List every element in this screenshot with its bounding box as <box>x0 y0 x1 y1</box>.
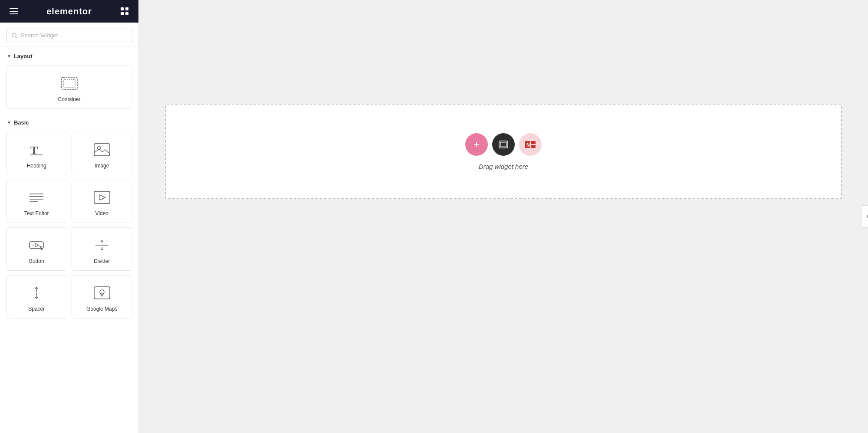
text-editor-icon <box>28 189 45 206</box>
basic-section-label[interactable]: ▼ Basic <box>0 113 138 129</box>
container-label: Container <box>58 96 80 102</box>
divider-label: Divider <box>94 258 110 264</box>
canvas-drop-zone-wrapper: + N Drag wid <box>139 0 868 433</box>
widget-card-google-maps[interactable]: Google Maps <box>72 275 133 318</box>
app-logo: elementor <box>46 7 92 16</box>
svg-marker-20 <box>100 195 105 200</box>
svg-rect-32 <box>531 141 536 144</box>
basic-chevron-icon: ▼ <box>7 120 11 125</box>
svg-rect-2 <box>10 13 18 14</box>
spacer-icon <box>28 284 45 302</box>
svg-text:N: N <box>526 142 530 148</box>
svg-rect-19 <box>94 191 110 203</box>
grid-icon[interactable] <box>118 5 131 17</box>
drop-zone-buttons: + N <box>465 133 542 156</box>
basic-widget-grid: T Heading Image <box>0 129 138 323</box>
widget-card-button[interactable]: Button <box>6 227 67 271</box>
canvas-area: + N Drag wid <box>139 0 868 433</box>
widget-card-divider[interactable]: Divider <box>72 227 133 271</box>
add-widget-button[interactable]: + <box>465 133 488 156</box>
text-editor-label: Text Editor <box>24 210 49 216</box>
svg-rect-10 <box>64 79 75 87</box>
container-button[interactable] <box>492 133 515 156</box>
layout-section-label[interactable]: ▼ Layout <box>0 47 138 63</box>
layout-label: Layout <box>14 53 33 59</box>
widget-card-heading[interactable]: T Heading <box>6 132 67 175</box>
image-label: Image <box>95 163 109 169</box>
canvas-drop-zone[interactable]: + N Drag wid <box>165 104 842 199</box>
sidebar: elementor ▼ Layout <box>0 0 139 433</box>
search-container <box>0 23 138 47</box>
svg-rect-33 <box>531 145 536 148</box>
svg-marker-22 <box>35 243 39 247</box>
widget-card-container[interactable]: Container <box>6 66 132 109</box>
video-label: Video <box>95 210 108 216</box>
svg-rect-30 <box>500 142 506 147</box>
svg-rect-5 <box>121 12 124 15</box>
svg-rect-3 <box>121 7 124 10</box>
svg-rect-0 <box>10 8 18 9</box>
svg-rect-6 <box>125 12 128 15</box>
basic-label: Basic <box>14 119 29 126</box>
google-maps-icon <box>93 284 111 302</box>
button-icon <box>28 236 45 254</box>
news-button[interactable]: N <box>519 133 542 156</box>
svg-rect-4 <box>125 7 128 10</box>
button-label: Button <box>29 258 44 264</box>
video-icon <box>93 189 111 206</box>
drag-widget-text: Drag widget here <box>479 163 528 170</box>
svg-line-8 <box>16 36 17 38</box>
google-maps-label: Google Maps <box>86 306 117 312</box>
heading-label: Heading <box>27 163 46 169</box>
search-input[interactable] <box>21 32 127 39</box>
widget-card-video[interactable]: Video <box>72 180 133 223</box>
widget-card-text-editor[interactable]: Text Editor <box>6 180 67 223</box>
sidebar-header: elementor <box>0 0 138 23</box>
container-icon <box>61 75 78 92</box>
svg-rect-1 <box>10 11 18 12</box>
widget-card-image[interactable]: Image <box>72 132 133 175</box>
spacer-label: Spacer <box>28 306 45 312</box>
collapse-sidebar-handle[interactable] <box>862 205 868 228</box>
layout-widget-grid: Container <box>0 63 138 113</box>
divider-icon <box>93 236 111 254</box>
image-icon <box>93 141 111 158</box>
layout-chevron-icon: ▼ <box>7 54 11 59</box>
hamburger-icon[interactable] <box>8 5 20 17</box>
heading-icon: T <box>28 141 45 158</box>
svg-rect-21 <box>30 242 43 249</box>
search-input-wrapper <box>6 29 132 42</box>
widget-card-spacer[interactable]: Spacer <box>6 275 67 318</box>
search-icon <box>12 33 17 39</box>
svg-rect-13 <box>94 144 110 156</box>
